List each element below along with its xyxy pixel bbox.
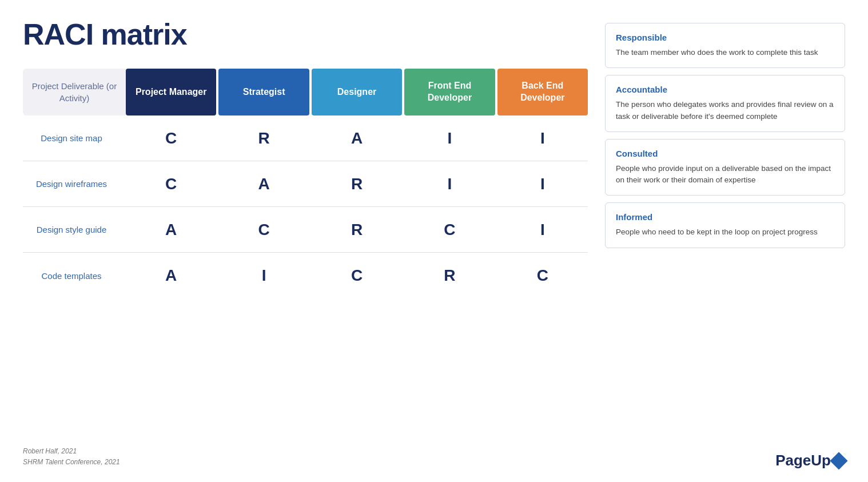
legend-card-accountable: AccountableThe person who delegates work… bbox=[605, 75, 845, 132]
footer-line1: Robert Half, 2021 bbox=[23, 446, 120, 457]
row-label-2: Design style guide bbox=[23, 215, 126, 244]
cell-3-3: R bbox=[404, 256, 495, 296]
logo-diamond bbox=[830, 452, 847, 469]
col-header-front-end: Front End Developer bbox=[404, 69, 495, 115]
legend-title-consulted: Consulted bbox=[616, 149, 834, 158]
cell-1-2: R bbox=[312, 164, 402, 204]
cell-3-4: C bbox=[497, 256, 588, 296]
col-header-back-end: Back End Developer bbox=[497, 69, 588, 115]
cell-3-0: A bbox=[126, 256, 216, 296]
cell-2-1: C bbox=[218, 210, 309, 250]
cell-2-2: R bbox=[312, 210, 402, 250]
cell-3-1: I bbox=[218, 256, 309, 296]
col-header-project-manager: Project Manager bbox=[126, 69, 216, 115]
table-row: Design style guideACRCI bbox=[23, 207, 588, 253]
cell-2-3: C bbox=[404, 210, 495, 250]
row-cells-3: AICRC bbox=[126, 256, 588, 296]
cell-0-0: C bbox=[126, 118, 216, 158]
table-row: Design site mapCRAII bbox=[23, 115, 588, 161]
cell-2-0: A bbox=[126, 210, 216, 250]
cell-1-0: C bbox=[126, 164, 216, 204]
col-header-designer: Designer bbox=[312, 69, 402, 115]
cell-1-1: A bbox=[218, 164, 309, 204]
cell-0-2: A bbox=[312, 118, 402, 158]
column-headers: Project ManagerStrategistDesignerFront E… bbox=[126, 69, 588, 115]
pageup-logo: PageUp bbox=[775, 452, 845, 469]
cell-1-3: I bbox=[404, 164, 495, 204]
legend-title-responsible: Responsible bbox=[616, 33, 834, 42]
left-section: RACI matrix Project Deliverable (or Acti… bbox=[23, 17, 605, 471]
row-cells-2: ACRCI bbox=[126, 210, 588, 250]
table-row: Design wireframesCARII bbox=[23, 161, 588, 207]
legend-title-informed: Informed bbox=[616, 212, 834, 222]
cell-2-4: I bbox=[497, 210, 588, 250]
row-label-3: Code templates bbox=[23, 261, 126, 290]
table-row: Code templatesAICRC bbox=[23, 253, 588, 298]
row-label-1: Design wireframes bbox=[23, 169, 126, 198]
row-cells-1: CARII bbox=[126, 164, 588, 204]
data-rows: Design site mapCRAIIDesign wireframesCAR… bbox=[23, 115, 588, 298]
page-container: RACI matrix Project Deliverable (or Acti… bbox=[0, 0, 868, 482]
cell-0-4: I bbox=[497, 118, 588, 158]
legend-card-responsible: ResponsibleThe team member who does the … bbox=[605, 23, 845, 68]
page-title: RACI matrix bbox=[23, 17, 588, 51]
table-header: Project Deliverable (or Activity) Projec… bbox=[23, 69, 588, 115]
row-cells-0: CRAII bbox=[126, 118, 588, 158]
footer: Robert Half, 2021 SHRM Talent Conference… bbox=[23, 446, 120, 468]
legend-desc-accountable: The person who delegates works and provi… bbox=[616, 99, 834, 122]
cell-0-1: R bbox=[218, 118, 309, 158]
legend-section: ResponsibleThe team member who does the … bbox=[605, 17, 845, 471]
legend-desc-informed: People who need to be kept in the loop o… bbox=[616, 226, 834, 238]
cell-1-4: I bbox=[497, 164, 588, 204]
legend-card-consulted: ConsultedPeople who provide input on a d… bbox=[605, 139, 845, 196]
legend-title-accountable: Accountable bbox=[616, 85, 834, 94]
project-cell-label: Project Deliverable (or Activity) bbox=[23, 69, 126, 115]
col-header-strategist: Strategist bbox=[218, 69, 309, 115]
legend-desc-responsible: The team member who does the work to com… bbox=[616, 47, 834, 58]
cell-0-3: I bbox=[404, 118, 495, 158]
legend-desc-consulted: People who provide input on a deliverabl… bbox=[616, 163, 834, 186]
legend-card-informed: InformedPeople who need to be kept in th… bbox=[605, 202, 845, 248]
cell-3-2: C bbox=[312, 256, 402, 296]
row-label-0: Design site map bbox=[23, 124, 126, 153]
logo-text: PageUp bbox=[775, 452, 831, 469]
footer-line2: SHRM Talent Conference, 2021 bbox=[23, 457, 120, 468]
